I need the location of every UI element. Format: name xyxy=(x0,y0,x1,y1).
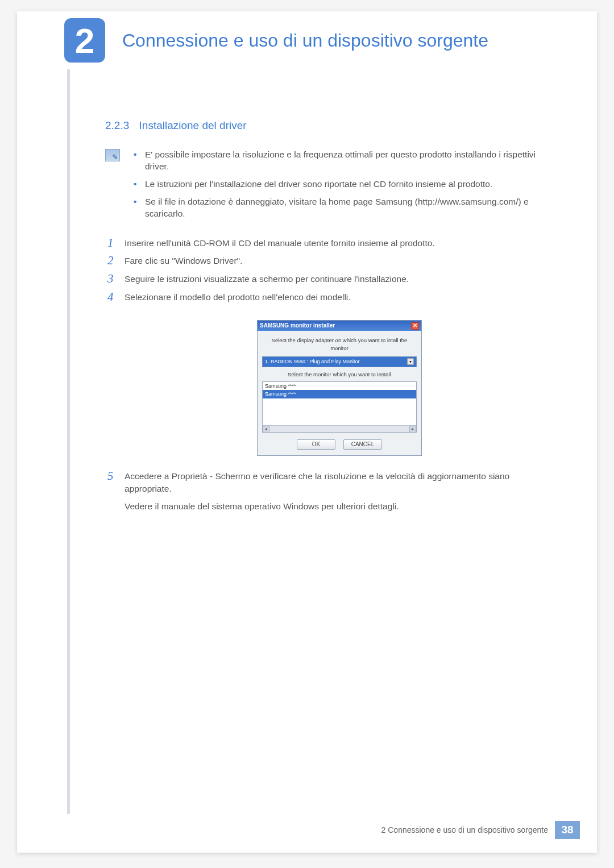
note-item: Se il file in dotazione è danneggiato, v… xyxy=(131,196,554,220)
section-heading: 2.2.3 Installazione del driver xyxy=(105,119,554,132)
document-page: 2 Connessione e uso di un dispositivo so… xyxy=(17,11,597,853)
step-extra-text: Vedere il manuale del sistema operativo … xyxy=(125,500,554,513)
step-item: Accedere a Proprietà - Schermo e verific… xyxy=(105,470,554,513)
ok-button[interactable]: OK xyxy=(297,439,335,450)
installer-button-row: OK CANCEL xyxy=(262,439,417,450)
cancel-button[interactable]: CANCEL xyxy=(343,439,382,450)
installer-instruction-2: Select the monitor which you want to ins… xyxy=(262,371,417,378)
horizontal-scrollbar[interactable]: ◂ ▸ xyxy=(263,425,416,432)
installer-title: SAMSUNG monitor installer xyxy=(260,322,335,330)
section-number: 2.2.3 xyxy=(105,119,129,131)
list-item-selected[interactable]: Samsung **** xyxy=(263,390,416,398)
adapter-selected-text: 1. RADEON 9550 : Plug and Play Monitor xyxy=(265,358,360,366)
step-text: Accedere a Proprietà - Schermo e verific… xyxy=(125,471,509,493)
step-text: Selezionare il modello del prodotto nell… xyxy=(125,292,351,302)
footer-chapter-label: 2 Connessione e uso di un dispositivo so… xyxy=(381,825,548,834)
installer-body: Select the display adapter on which you … xyxy=(258,331,421,455)
note-item: Le istruzioni per l'installazione del dr… xyxy=(131,178,554,190)
step-item: Selezionare il modello del prodotto nell… xyxy=(105,291,554,456)
close-icon[interactable]: ✕ xyxy=(411,322,419,330)
chevron-down-icon[interactable]: ▾ xyxy=(407,358,414,365)
note-icon xyxy=(105,149,120,161)
chapter-header: 2 Connessione e uso di un dispositivo so… xyxy=(64,18,488,63)
steps-list: Inserire nell'unità CD-ROM il CD del man… xyxy=(105,237,554,513)
installer-dialog: SAMSUNG monitor installer ✕ Select the d… xyxy=(257,320,422,455)
page-footer: 2 Connessione e uso di un dispositivo so… xyxy=(17,821,580,839)
page-number: 38 xyxy=(555,821,580,839)
step-item: Inserire nell'unità CD-ROM il CD del man… xyxy=(105,237,554,250)
chapter-title: Connessione e uso di un dispositivo sorg… xyxy=(122,30,488,51)
note-item: E' possibile impostare la risoluzione e … xyxy=(131,149,554,173)
chapter-number-badge: 2 xyxy=(64,18,105,63)
list-item[interactable]: Samsung **** xyxy=(263,382,416,391)
monitor-listbox[interactable]: Samsung **** Samsung **** ◂ ▸ xyxy=(262,381,417,433)
step-item: Seguire le istruzioni visualizzate a sch… xyxy=(105,273,554,285)
section-title: Installazione del driver xyxy=(139,119,247,131)
step-item: Fare clic su "Windows Driver". xyxy=(105,255,554,267)
scroll-left-icon[interactable]: ◂ xyxy=(263,426,269,433)
scroll-right-icon[interactable]: ▸ xyxy=(409,426,416,433)
vertical-rule xyxy=(67,69,70,814)
installer-instruction-1: Select the display adapter on which you … xyxy=(262,337,417,352)
content-area: 2.2.3 Installazione del driver E' possib… xyxy=(105,119,554,518)
note-list: E' possibile impostare la risoluzione e … xyxy=(131,149,554,226)
display-adapter-select[interactable]: 1. RADEON 9550 : Plug and Play Monitor ▾ xyxy=(262,356,417,367)
note-block: E' possibile impostare la risoluzione e … xyxy=(105,149,554,226)
installer-titlebar: SAMSUNG monitor installer ✕ xyxy=(258,321,421,331)
